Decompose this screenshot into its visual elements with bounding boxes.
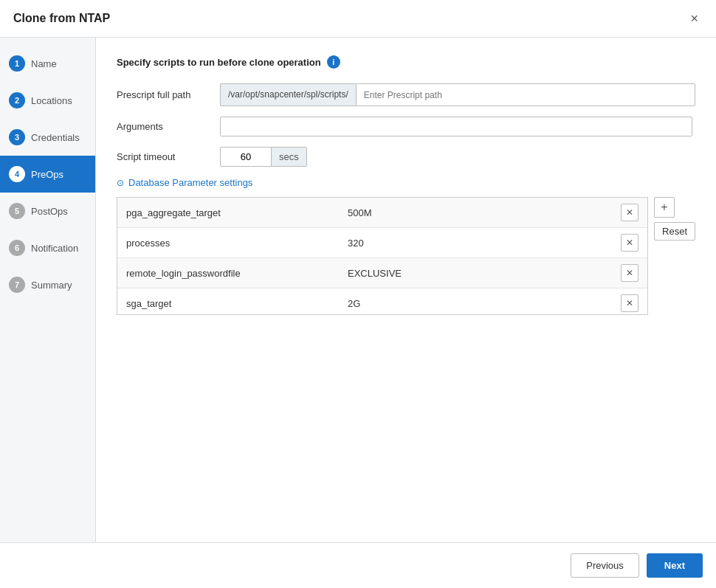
sidebar-label-name: Name (31, 58, 57, 69)
param-value: EXCLUSIVE (339, 258, 612, 288)
toggle-chevron-icon: ⊙ (117, 178, 124, 188)
step-circle-4: 4 (9, 166, 25, 182)
arguments-row: Arguments (117, 117, 695, 136)
param-name: processes (117, 228, 339, 258)
step-circle-1: 1 (9, 55, 25, 72)
sidebar-item-notification[interactable]: 6 Notification (0, 229, 95, 266)
sidebar-item-name[interactable]: 1 Name (0, 45, 95, 82)
step-circle-3: 3 (9, 129, 25, 145)
step-circle-2: 2 (9, 92, 25, 108)
main-content: Specify scripts to run before clone oper… (96, 38, 716, 542)
sidebar-item-preops[interactable]: 4 PreOps (0, 156, 95, 193)
table-row: sga_target 2G ✕ (117, 288, 647, 316)
prescript-input-group: /var/opt/snapcenter/spl/scripts/ (220, 83, 695, 106)
param-action: ✕ (612, 258, 647, 288)
param-table-wrapper: pga_aggregate_target 500M ✕ processes 32… (117, 197, 695, 315)
param-name: sga_target (117, 288, 339, 316)
sidebar-item-summary[interactable]: 7 Summary (0, 266, 95, 303)
dialog-body: 1 Name 2 Locations 3 Credentials 4 PreOp… (0, 38, 716, 542)
sidebar: 1 Name 2 Locations 3 Credentials 4 PreOp… (0, 38, 96, 542)
info-icon[interactable]: i (327, 55, 340, 69)
sidebar-label-credentials: Credentials (31, 132, 80, 143)
next-button[interactable]: Next (647, 553, 703, 578)
param-name: remote_login_passwordfile (117, 258, 339, 288)
heading-text: Specify scripts to run before clone oper… (117, 57, 321, 68)
param-table-scroll: pga_aggregate_target 500M ✕ processes 32… (117, 197, 648, 315)
param-action: ✕ (612, 288, 647, 316)
table-side-buttons: + Reset (654, 197, 695, 241)
prescript-input[interactable] (356, 83, 695, 106)
sidebar-item-locations[interactable]: 2 Locations (0, 82, 95, 119)
step-circle-6: 6 (9, 240, 25, 256)
remove-param-button[interactable]: ✕ (621, 204, 638, 221)
close-button[interactable]: × (686, 10, 703, 27)
prescript-label: Prescript full path (117, 89, 220, 100)
arguments-label: Arguments (117, 121, 220, 132)
param-value: 500M (339, 198, 612, 228)
sidebar-item-postops[interactable]: 5 PostOps (0, 193, 95, 229)
sidebar-label-locations: Locations (31, 95, 72, 106)
remove-param-button[interactable]: ✕ (621, 234, 638, 252)
dialog-footer: Previous Next (0, 542, 716, 588)
step-circle-5: 5 (9, 203, 25, 219)
dialog-title: Clone from NTAP (13, 12, 110, 25)
param-table: pga_aggregate_target 500M ✕ processes 32… (117, 198, 647, 315)
script-timeout-row: Script timeout secs (117, 147, 695, 167)
db-param-toggle[interactable]: ⊙ Database Parameter settings (117, 177, 695, 188)
section-heading: Specify scripts to run before clone oper… (117, 55, 695, 69)
sidebar-label-summary: Summary (31, 280, 72, 291)
arguments-input[interactable] (220, 117, 692, 136)
table-row: pga_aggregate_target 500M ✕ (117, 198, 647, 228)
table-row: remote_login_passwordfile EXCLUSIVE ✕ (117, 258, 647, 288)
prescript-row: Prescript full path /var/opt/snapcenter/… (117, 83, 695, 106)
sidebar-item-credentials[interactable]: 3 Credentials (0, 119, 95, 156)
script-timeout-label: Script timeout (117, 151, 220, 162)
sidebar-label-notification: Notification (31, 243, 78, 254)
clone-dialog: Clone from NTAP × 1 Name 2 Locations 3 C… (0, 0, 716, 588)
timeout-input[interactable] (220, 147, 272, 167)
reset-button[interactable]: Reset (654, 222, 695, 241)
remove-param-button[interactable]: ✕ (621, 264, 638, 282)
param-value: 2G (339, 288, 612, 316)
step-circle-7: 7 (9, 277, 25, 293)
param-value: 320 (339, 228, 612, 258)
table-row: processes 320 ✕ (117, 228, 647, 258)
prescript-prefix: /var/opt/snapcenter/spl/scripts/ (220, 83, 356, 106)
sidebar-label-preops: PreOps (31, 169, 63, 180)
timeout-group: secs (220, 147, 307, 167)
param-name: pga_aggregate_target (117, 198, 339, 228)
previous-button[interactable]: Previous (571, 553, 639, 578)
db-param-toggle-label: Database Parameter settings (128, 177, 252, 188)
dialog-header: Clone from NTAP × (0, 0, 716, 38)
timeout-unit: secs (272, 147, 307, 167)
add-param-button[interactable]: + (654, 197, 675, 218)
param-action: ✕ (612, 228, 647, 258)
remove-param-button[interactable]: ✕ (621, 294, 638, 312)
param-action: ✕ (612, 198, 647, 228)
sidebar-label-postops: PostOps (31, 206, 68, 217)
